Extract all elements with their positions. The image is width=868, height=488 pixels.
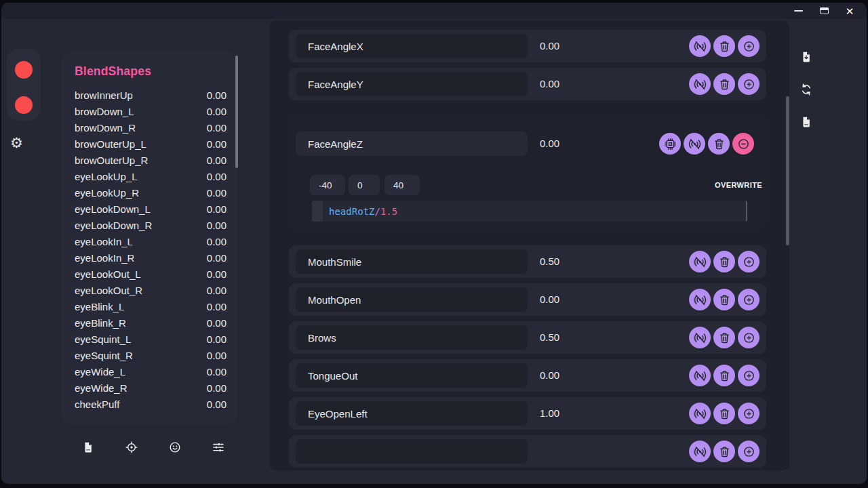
blendshape-value: 0.00 xyxy=(207,138,226,150)
parameter-name-field[interactable]: FaceAngleX xyxy=(296,34,528,58)
signal-off-icon xyxy=(693,369,707,383)
close-icon: ✕ xyxy=(846,6,854,16)
blendshape-row: eyeBlink_R0.00 xyxy=(61,314,237,331)
file-download-button[interactable] xyxy=(798,49,814,65)
range-value: 40 xyxy=(393,180,403,190)
row-button-group xyxy=(689,441,760,462)
range-max-field[interactable]: 40 xyxy=(384,175,420,195)
trash-button[interactable] xyxy=(713,365,735,386)
signal-off-button[interactable] xyxy=(689,289,711,310)
blendshape-row: cheekPuff0.00 xyxy=(61,396,237,412)
parameter-name-field[interactable]: Brows xyxy=(296,325,528,350)
parameter-row xyxy=(289,435,766,468)
plus-circle-button[interactable] xyxy=(738,251,760,272)
expression-input[interactable]: headRotZ/1.5 xyxy=(312,201,747,222)
signal-off-button[interactable] xyxy=(689,35,711,57)
blendshape-row: eyeLookDown_L0.00 xyxy=(61,201,237,217)
range-min-field[interactable]: -40 xyxy=(310,175,345,195)
plus-circle-button[interactable] xyxy=(738,403,760,424)
close-button[interactable]: ✕ xyxy=(837,3,863,19)
plus-circle-button[interactable] xyxy=(738,35,760,57)
signal-off-icon xyxy=(693,255,707,269)
titlebar[interactable]: ✕ xyxy=(1,3,867,19)
parameter-rows-container: FaceAngleX0.00FaceAngleY0.00FaceAngleZ0.… xyxy=(269,20,789,470)
settings-gear-icon[interactable]: ⚙ xyxy=(10,135,23,151)
target-button[interactable] xyxy=(123,439,140,455)
trash-button[interactable] xyxy=(713,403,735,424)
plus-circle-button[interactable] xyxy=(738,441,760,462)
trash-button[interactable] xyxy=(713,289,735,310)
blendshape-name: eyeWide_R xyxy=(75,382,207,394)
parameter-name-field[interactable]: FaceAngleY xyxy=(296,72,528,96)
trash-button[interactable] xyxy=(713,251,735,272)
expression-drag-handle[interactable] xyxy=(312,201,323,222)
parameter-value: 1.00 xyxy=(540,397,559,430)
blendshape-value: 0.00 xyxy=(207,301,226,312)
parameter-name: FaceAngleX xyxy=(308,41,363,52)
blendshape-value: 0.00 xyxy=(207,366,226,378)
signal-off-button[interactable] xyxy=(689,251,711,272)
parameter-name-field[interactable]: MouthSmile xyxy=(296,249,528,274)
blendshape-row: eyeBlink_L0.00 xyxy=(61,298,237,314)
blendshape-value: 0.00 xyxy=(207,268,226,280)
parameter-row: Brows0.50 xyxy=(289,321,766,354)
parameter-name-field[interactable] xyxy=(296,439,528,464)
blendshape-name: browOuterUp_R xyxy=(75,155,207,166)
signal-off-button[interactable] xyxy=(689,441,711,462)
signal-off-button[interactable] xyxy=(689,73,711,95)
trash-button[interactable] xyxy=(713,441,735,462)
plus-circle-icon xyxy=(742,39,756,54)
trash-button[interactable] xyxy=(713,73,735,95)
plus-circle-button[interactable] xyxy=(738,289,760,310)
signal-off-button[interactable] xyxy=(689,327,711,348)
chip-icon xyxy=(663,137,677,151)
blendshape-value: 0.00 xyxy=(207,203,226,215)
blendshape-value: 0.00 xyxy=(207,155,226,166)
smiley-button[interactable] xyxy=(167,439,183,455)
plus-circle-icon xyxy=(742,407,756,421)
parameter-name-field[interactable]: TongueOut xyxy=(296,363,528,388)
main-scrollbar[interactable] xyxy=(786,96,789,245)
chip-button[interactable] xyxy=(659,133,681,155)
blendshape-value: 0.00 xyxy=(207,252,226,264)
trash-button[interactable] xyxy=(708,133,730,155)
trash-button[interactable] xyxy=(713,35,735,57)
maximize-button[interactable] xyxy=(811,3,837,19)
file-text-button[interactable] xyxy=(798,114,814,130)
signal-off-icon xyxy=(693,331,707,345)
parameter-name-field[interactable]: MouthOpen xyxy=(296,287,528,312)
parameter-name-field[interactable]: FaceAngleZ xyxy=(296,131,528,156)
parameter-name: TongueOut xyxy=(308,370,357,382)
signal-off-button[interactable] xyxy=(684,133,705,155)
blendshapes-scrollbar[interactable] xyxy=(235,56,238,168)
blendshape-name: eyeLookOut_L xyxy=(75,268,207,280)
range-mid-field[interactable]: 0 xyxy=(349,175,380,195)
trash-icon xyxy=(712,137,726,151)
refresh-icon xyxy=(800,83,813,96)
blendshape-value: 0.00 xyxy=(207,350,226,361)
blendshape-value: 0.00 xyxy=(207,122,226,134)
plus-circle-button[interactable] xyxy=(738,73,760,95)
minus-circle-button[interactable] xyxy=(732,133,754,155)
window-controls: ✕ xyxy=(785,3,863,19)
plus-circle-button[interactable] xyxy=(738,365,760,386)
file-text-button[interactable] xyxy=(80,439,96,455)
tune-button[interactable] xyxy=(210,439,226,455)
signal-off-button[interactable] xyxy=(689,365,711,386)
trash-button[interactable] xyxy=(713,327,735,348)
parameter-row: FaceAngleY0.00 xyxy=(289,68,766,100)
parameter-name-field[interactable]: EyeOpenLeft xyxy=(296,401,528,426)
minimize-button[interactable] xyxy=(785,3,811,19)
blendshape-value: 0.00 xyxy=(207,317,226,329)
tracking-indicator-1 xyxy=(15,61,33,79)
parameter-value: 0.00 xyxy=(540,30,559,62)
signal-off-button[interactable] xyxy=(689,403,711,424)
blendshape-row: eyeLookUp_L0.00 xyxy=(61,168,237,184)
parameter-value: 0.00 xyxy=(540,127,559,160)
refresh-button[interactable] xyxy=(798,81,814,98)
blendshape-row: eyeLookIn_L0.00 xyxy=(61,233,237,249)
parameter-value: 0.00 xyxy=(540,68,559,100)
plus-circle-button[interactable] xyxy=(738,327,760,348)
overwrite-toggle[interactable]: OVERWRITE xyxy=(715,175,762,195)
parameter-name: FaceAngleZ xyxy=(308,138,363,150)
